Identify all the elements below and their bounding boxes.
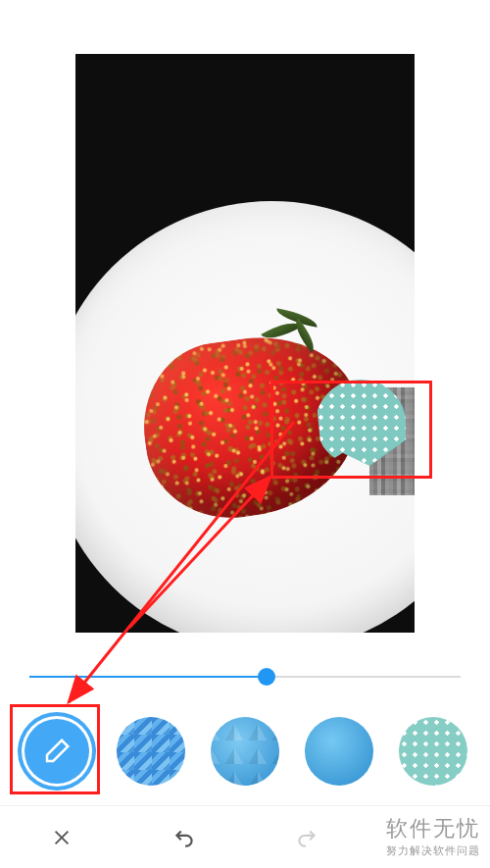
- close-icon: [51, 827, 73, 848]
- slider-fill: [29, 676, 267, 678]
- close-button[interactable]: [42, 818, 81, 857]
- undo-icon: [172, 825, 197, 850]
- editor-canvas[interactable]: [0, 0, 490, 657]
- swatch-triangle-mosaic[interactable]: [207, 713, 283, 790]
- redo-icon: [294, 825, 319, 850]
- swatch-smooth-blur[interactable]: [301, 713, 377, 790]
- photo-frame: [75, 54, 415, 633]
- brush-size-slider[interactable]: [29, 657, 461, 696]
- undo-button[interactable]: [165, 818, 204, 857]
- bottom-action-bar: [0, 805, 490, 868]
- slider-thumb[interactable]: [258, 668, 275, 686]
- swatch-pixel-mosaic[interactable]: [113, 713, 189, 790]
- redo-button[interactable]: [287, 818, 326, 857]
- swatch-polka-dots[interactable]: [395, 713, 471, 790]
- eraser-icon: [42, 737, 72, 766]
- style-swatches-row: [0, 704, 490, 797]
- eraser-tool-button[interactable]: [19, 713, 95, 790]
